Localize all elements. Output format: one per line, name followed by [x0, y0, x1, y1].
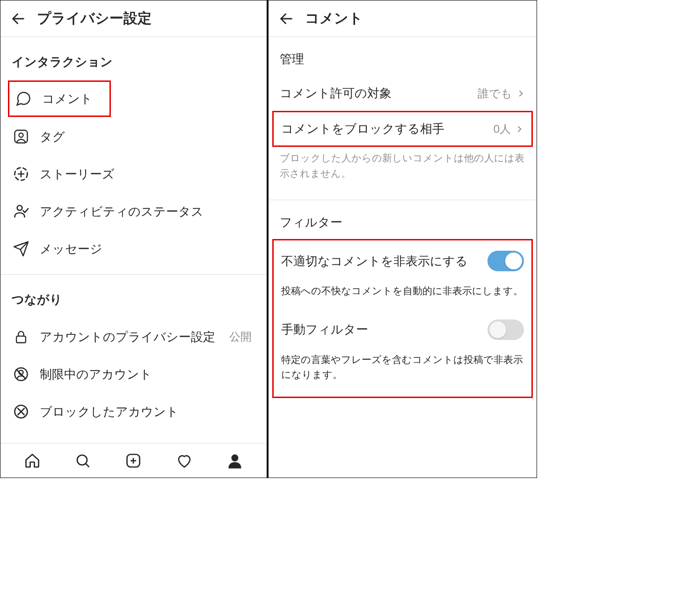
back-button[interactable]: [8, 8, 29, 29]
arrow-left-icon: [278, 11, 294, 27]
profile-icon: [226, 452, 243, 469]
block-comments-label: コメントをブロックする相手: [281, 121, 494, 137]
row-restricted-label: 制限中のアカウント: [40, 366, 255, 383]
svg-point-21: [231, 454, 238, 461]
bell-off-icon: [12, 440, 30, 443]
header-right: コメント: [269, 0, 537, 37]
row-tag-label: タグ: [40, 129, 255, 145]
page-title: プライバシー設定: [37, 9, 152, 28]
row-comment-label: コメント: [42, 91, 105, 107]
block-comments-desc: ブロックした人からの新しいコメントは他の人には表示されません。: [269, 147, 537, 193]
page-title: コメント: [305, 9, 363, 28]
row-muted-label: ミュート済みのアカウント: [40, 441, 255, 443]
hide-offensive-toggle[interactable]: [487, 251, 524, 271]
row-account-privacy-label: アカウントのプライバシー設定: [40, 329, 229, 345]
row-account-privacy[interactable]: アカウントのプライバシー設定 公開: [0, 318, 267, 355]
lock-icon: [12, 327, 30, 346]
bottom-nav: [0, 443, 267, 478]
comment-body: 管理 コメント許可の対象 誰でも コメントをブロックする相手 0人 ブロック: [269, 37, 537, 478]
row-account-privacy-value: 公開: [229, 329, 252, 344]
highlight-block-comments: コメントをブロックする相手 0人: [272, 111, 533, 147]
chevron-right-icon: [515, 124, 524, 134]
section-header-filter: フィルター: [269, 200, 537, 239]
row-tag[interactable]: タグ: [0, 118, 267, 155]
comment-icon: [14, 89, 33, 108]
svg-point-6: [17, 205, 22, 210]
hide-offensive-desc: 投稿への不快なコメントを自動的に非表示にします。: [274, 280, 531, 311]
allow-comments-label: コメント許可の対象: [280, 85, 478, 101]
allow-comments-value: 誰でも: [478, 86, 512, 101]
row-blocked-label: ブロックしたアカウント: [40, 404, 255, 420]
stories-icon: [12, 165, 30, 183]
row-message[interactable]: メッセージ: [0, 230, 267, 268]
hide-offensive-label: 不適切なコメントを非表示にする: [281, 253, 487, 269]
privacy-body: インタラクション コメント タグ ス: [0, 37, 267, 443]
manual-filter-label: 手動フィルター: [281, 321, 487, 338]
svg-rect-1: [15, 130, 28, 143]
search-icon: [74, 452, 91, 469]
svg-rect-8: [16, 336, 26, 343]
nav-add[interactable]: [123, 450, 144, 471]
row-manual-filter[interactable]: 手動フィルター: [274, 311, 531, 348]
section-header-interactions: インタラクション: [0, 37, 267, 80]
row-stories[interactable]: ストーリーズ: [0, 155, 267, 193]
comment-settings-pane: コメント 管理 コメント許可の対象 誰でも コメントをブロックする相手 0人: [269, 0, 537, 478]
heart-icon: [176, 452, 193, 469]
header-left: プライバシー設定: [0, 0, 267, 37]
row-restricted[interactable]: 制限中のアカウント: [0, 355, 267, 393]
manual-filter-toggle[interactable]: [487, 319, 524, 340]
svg-point-16: [77, 455, 87, 465]
paper-plane-icon: [12, 239, 30, 258]
nav-home[interactable]: [22, 450, 43, 471]
row-allow-comments-from[interactable]: コメント許可の対象 誰でも: [269, 76, 537, 111]
home-icon: [24, 452, 41, 469]
tag-icon: [12, 127, 30, 146]
row-blocked[interactable]: ブロックしたアカウント: [0, 393, 267, 430]
highlight-filters: 不適切なコメントを非表示にする 投稿への不快なコメントを自動的に非表示にします。…: [272, 239, 533, 398]
row-activity-status[interactable]: アクティビティのステータス: [0, 193, 267, 230]
row-message-label: メッセージ: [40, 241, 255, 257]
privacy-settings-pane: プライバシー設定 インタラクション コメント タグ: [0, 0, 269, 478]
row-block-comments-from[interactable]: コメントをブロックする相手 0人: [274, 112, 531, 145]
nav-activity[interactable]: [174, 450, 195, 471]
row-stories-label: ストーリーズ: [40, 166, 255, 182]
restricted-icon: [12, 365, 30, 384]
svg-point-2: [19, 133, 23, 138]
activity-status-icon: [12, 202, 30, 221]
blocked-icon: [12, 402, 30, 421]
section-header-manage: 管理: [269, 37, 537, 76]
row-activity-label: アクティビティのステータス: [40, 203, 255, 220]
row-comment[interactable]: コメント: [8, 80, 111, 117]
section-header-connections: つながり: [0, 275, 267, 318]
chevron-right-icon: [516, 89, 525, 98]
svg-line-17: [86, 464, 89, 467]
block-comments-value: 0人: [494, 122, 511, 137]
add-post-icon: [125, 452, 142, 469]
nav-profile[interactable]: [225, 450, 245, 471]
arrow-left-icon: [10, 11, 26, 27]
back-button[interactable]: [276, 8, 297, 29]
manual-filter-desc: 特定の言葉やフレーズを含むコメントは投稿で非表示になります。: [274, 348, 531, 395]
nav-search[interactable]: [73, 450, 93, 471]
row-hide-offensive[interactable]: 不適切なコメントを非表示にする: [274, 242, 531, 280]
row-muted[interactable]: ミュート済みのアカウント: [0, 430, 267, 443]
